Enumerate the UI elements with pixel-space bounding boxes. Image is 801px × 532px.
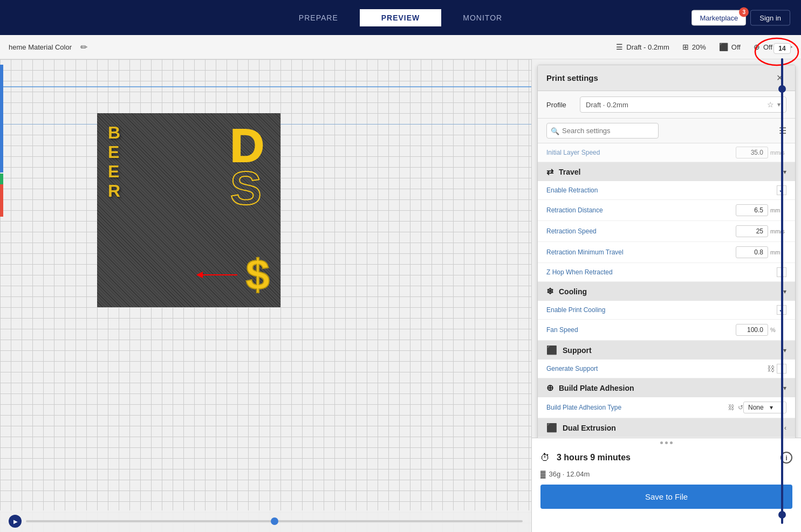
play-button[interactable]: ▶ <box>9 515 22 528</box>
profile-name: Draft · 0.2mm <box>586 101 628 109</box>
toolbar-controls: ☰ Draft - 0.2mm ⊞ 20% ⬛ Off ⊕ Off ✏ <box>616 42 792 52</box>
slider-value-label: 14 <box>773 43 790 54</box>
letter-e2: E <box>108 163 119 180</box>
adhesion-link-icon: ⛓ <box>728 404 735 411</box>
build-plate-label: Build Plate Adhesion <box>559 384 634 392</box>
time-label: 3 hours 9 minutes <box>557 453 631 462</box>
profile-indicator: ☰ Draft - 0.2mm <box>616 43 669 51</box>
print-settings-header: Print settings ✕ <box>538 65 795 91</box>
slider-thumb-top[interactable] <box>778 85 786 93</box>
infill-indicator: ⊞ 20% <box>682 43 706 51</box>
z-hop-label: Z Hop When Retracted <box>546 268 777 276</box>
progress-track[interactable] <box>26 520 523 522</box>
material-info: ▓ 36g · 12.04m <box>537 468 796 480</box>
left-indicators <box>0 59 11 532</box>
playback-controls: ▶ <box>0 510 531 532</box>
progress-thumb <box>271 517 278 525</box>
generate-support-label: Generate Support <box>546 365 767 372</box>
infill-label: 20% <box>692 43 706 51</box>
big-letters: D S <box>230 124 264 209</box>
material-icon: ▓ <box>540 470 545 478</box>
setting-retraction-min-travel: Retraction Minimum Travel 0.8 mm <box>538 242 795 263</box>
marketplace-label: Marketplace <box>700 13 738 22</box>
indicator-blue <box>0 65 3 172</box>
slider-label-box: 14 <box>773 43 790 58</box>
slider-track-area[interactable] <box>763 58 801 524</box>
toolbar: heme Material Color ✏ ☰ Draft - 0.2mm ⊞ … <box>0 35 801 59</box>
sign-in-button[interactable]: Sign in <box>750 10 790 25</box>
play-icon: ▶ <box>13 519 18 524</box>
build-plate-section-header[interactable]: ⊕ Build Plate Adhesion ▾ <box>538 378 795 397</box>
retraction-distance-label: Retraction Distance <box>546 206 736 214</box>
support-label: Off <box>731 43 741 51</box>
layer-slider-container: 14 <box>763 35 801 532</box>
bottom-status-bar: ⏱ 3 hours 9 minutes i ▓ 36g · 12.04m Sav… <box>537 438 796 527</box>
dual-extrusion-section-header[interactable]: ⬛ Dual Extrusion ‹ <box>538 418 795 437</box>
adhesion-type-value: None <box>748 404 764 411</box>
big-letter-d: D <box>230 124 264 167</box>
indicator-red <box>0 184 3 217</box>
search-input[interactable] <box>546 123 659 139</box>
setting-z-hop: Z Hop When Retracted <box>538 263 795 282</box>
cooling-section-header[interactable]: ❄ Cooling ▾ <box>538 282 795 301</box>
marketplace-button[interactable]: Marketplace 3 <box>692 10 746 25</box>
slider-thumb-bottom[interactable] <box>778 511 786 519</box>
status-info: ⏱ 3 hours 9 minutes i <box>537 447 796 468</box>
main-area: B E E R D S <box>0 59 801 532</box>
slider-track[interactable] <box>781 58 783 524</box>
travel-section-left: ⇄ Travel <box>546 167 580 177</box>
setting-adhesion-type: Build Plate Adhesion Type ⛓ ↺ None ▾ <box>538 397 795 418</box>
search-row: 🔍 ☰ <box>538 119 795 143</box>
canvas-area: B E E R D S <box>0 59 531 532</box>
extra-indicator: ⊕ Off <box>754 43 772 51</box>
setting-initial-layer-speed: Initial Layer Speed 35.0 mm/s <box>538 143 795 162</box>
print-settings-panel: Print settings ✕ Profile Draft · 0.2mm ☆… <box>537 65 796 527</box>
search-wrapper: 🔍 <box>546 123 775 139</box>
clock-icon: ⏱ <box>540 452 550 464</box>
material-label: 36g · 12.04m <box>549 470 590 478</box>
setting-generate-support: Generate Support ⛓ <box>538 360 795 378</box>
build-plate-icon: ⊕ <box>546 383 553 393</box>
travel-section-header[interactable]: ⇄ Travel ▾ <box>538 162 795 181</box>
support-indicator: ⬛ Off <box>719 43 741 51</box>
status-dots <box>537 438 796 447</box>
adhesion-type-left: Build Plate Adhesion Type ⛓ ↺ <box>546 404 743 411</box>
profile-select[interactable]: Draft · 0.2mm ☆ ▾ <box>580 96 786 113</box>
ruler-line-top <box>0 86 531 87</box>
support-section-left: ⬛ Support <box>546 345 592 355</box>
tab-prepare[interactable]: PREPARE <box>277 9 360 26</box>
tab-preview[interactable]: PREVIEW <box>360 9 442 26</box>
setting-enable-retraction: Enable Retraction ✓ <box>538 181 795 200</box>
dot-1 <box>660 441 663 444</box>
pencil-icon[interactable]: ✏ <box>80 42 87 52</box>
search-icon: 🔍 <box>551 127 559 135</box>
retraction-speed-label: Retraction Speed <box>546 227 736 235</box>
dot-2 <box>665 441 668 444</box>
red-arrow-annotation <box>194 267 243 283</box>
fan-speed-label: Fan Speed <box>546 326 736 334</box>
cooling-icon: ❄ <box>546 286 553 296</box>
support-section-header[interactable]: ⬛ Support ▾ <box>538 341 795 360</box>
reset-icon[interactable]: ↺ <box>738 404 743 411</box>
save-to-file-button[interactable]: Save to File <box>540 485 792 509</box>
cooling-section-left: ❄ Cooling <box>546 286 587 296</box>
profile-row-label: Profile <box>546 101 573 109</box>
setting-retraction-speed: Retraction Speed 25 mm/s <box>538 221 795 242</box>
print-settings-title: Print settings <box>546 73 598 82</box>
enable-cooling-label: Enable Print Cooling <box>546 306 777 314</box>
support-label: Support <box>563 346 592 355</box>
support-icon: ⬛ <box>546 345 557 355</box>
adhesion-type-label: Build Plate Adhesion Type <box>546 404 725 411</box>
marketplace-badge: 3 <box>739 7 749 17</box>
enable-retraction-label: Enable Retraction <box>546 186 777 194</box>
dual-extrusion-section-left: ⬛ Dual Extrusion <box>546 423 616 433</box>
3d-object: B E E R D S <box>97 113 280 307</box>
right-panel: Print settings ✕ Profile Draft · 0.2mm ☆… <box>531 59 801 532</box>
retraction-min-travel-label: Retraction Minimum Travel <box>546 248 736 256</box>
breadcrumb: heme Material Color <box>9 43 72 51</box>
bottom-letters: $ <box>246 253 270 296</box>
nav-tabs: PREPARE PREVIEW MONITOR <box>277 9 524 26</box>
extra-label: Off <box>763 43 772 51</box>
tab-monitor[interactable]: MONITOR <box>441 9 524 26</box>
nav-right-actions: Marketplace 3 Sign in <box>692 10 790 25</box>
